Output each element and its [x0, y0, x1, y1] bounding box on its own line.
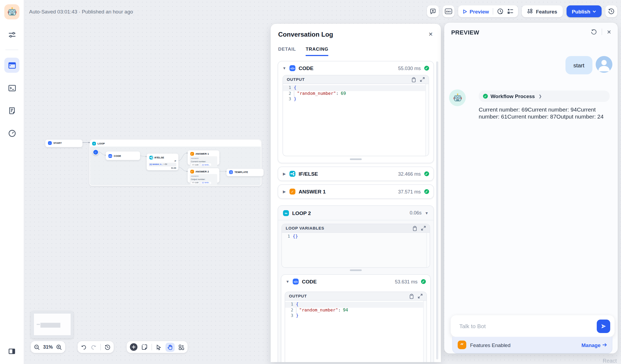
features-enabled-bar: “ Features Enabled Manage: [452, 337, 612, 353]
node-start[interactable]: ⌂ START: [45, 140, 82, 147]
react-flow-watermark: React Flow: [603, 358, 621, 364]
app-avatar[interactable]: [4, 4, 19, 19]
sidebar-item-monitoring[interactable]: [4, 126, 19, 141]
workflow-app: ∞ LOOP ⌂ START ⌂ </> CODE IF/ELSE: [0, 0, 621, 364]
checklist-button[interactable]: [507, 8, 514, 15]
success-icon: ✓: [483, 94, 488, 99]
minimap-loop-node: [40, 323, 60, 328]
features-icon: [527, 8, 533, 14]
node-loop-header[interactable]: ∞ LOOP: [90, 140, 261, 147]
answer1-text: Current number:: [191, 160, 216, 162]
trace-item-code[interactable]: ▼ </> CODE 55.030 ms ✓ OUTPUT 1{ 2"rando…: [278, 61, 434, 163]
code-scrollbar[interactable]: [425, 84, 429, 156]
send-icon: [600, 323, 606, 329]
minimap[interactable]: [31, 311, 73, 338]
code-icon: </>: [293, 279, 299, 285]
sidebar-item-api[interactable]: [4, 80, 19, 95]
chevron-down-icon[interactable]: ▼: [282, 66, 286, 70]
code-editor[interactable]: 1{ 2"random_number":94 3}: [285, 301, 426, 362]
code-scrollbar[interactable]: [423, 301, 426, 362]
close-preview-button[interactable]: ✕: [607, 29, 611, 35]
send-button[interactable]: [596, 319, 610, 333]
annotation-toggle-button[interactable]: [427, 5, 439, 17]
chevron-down-icon[interactable]: ▼: [286, 280, 289, 283]
copy-icon[interactable]: [412, 226, 417, 231]
version-history-button[interactable]: [605, 5, 617, 17]
node-ifelse-label: IF/ELSE: [154, 156, 164, 159]
sidebar-item-logs[interactable]: [4, 103, 19, 118]
trace-name: CODE: [299, 65, 395, 71]
trace-duration: 55.030 ms: [398, 65, 421, 71]
resize-handle[interactable]: [350, 158, 362, 160]
publish-button[interactable]: Publish: [566, 5, 602, 17]
talk-to-bot-input[interactable]: [458, 322, 596, 330]
bot-avatar: [449, 89, 466, 106]
node-start-label: START: [53, 142, 62, 145]
zoom-in-button[interactable]: [56, 344, 62, 350]
node-answer1[interactable]: ✓ ANSWER 1 ANSWER Current number: </> co…: [187, 150, 219, 165]
add-node-button[interactable]: [130, 343, 137, 351]
add-note-button[interactable]: [141, 344, 148, 350]
tab-tracing[interactable]: TRACING: [306, 44, 328, 56]
chevron-right-icon[interactable]: ▶: [282, 172, 286, 176]
chevron-right-icon[interactable]: ▶: [282, 189, 286, 194]
code-editor[interactable]: 1{ 2"random_number":69 3}: [283, 84, 429, 156]
close-log-button[interactable]: ✕: [427, 30, 434, 38]
loop2-header[interactable]: ∞ LOOP 2 0.06s ▼: [278, 206, 433, 220]
chevron-down-icon[interactable]: ▼: [425, 211, 429, 215]
sidebar-item-settings[interactable]: [4, 27, 19, 42]
chat-area: start ✓ Workflow Process: [444, 42, 618, 315]
workflow-process-toggle[interactable]: ✓ Workflow Process ❯: [479, 91, 610, 102]
robot-icon: [7, 7, 17, 17]
quote-icon: “: [458, 341, 466, 349]
trace-item-answer1[interactable]: ▶ ✓ ANSWER 1 37.571 ms ✓: [278, 184, 434, 199]
copy-icon[interactable]: [409, 293, 414, 299]
env-icon: ENV: [445, 8, 452, 15]
run-history-button[interactable]: [497, 8, 503, 15]
document-icon: [8, 106, 16, 115]
header-divider: [601, 29, 602, 35]
node-loop-start[interactable]: ⌂: [92, 149, 98, 155]
hand-tool-button[interactable]: [165, 342, 175, 352]
code-scrollbar[interactable]: [426, 233, 430, 267]
env-variables-button[interactable]: ENV: [443, 5, 454, 17]
node-template[interactable]: ❏ TEMPLATE: [226, 169, 264, 176]
copy-icon[interactable]: [411, 77, 416, 82]
trace-item-code2[interactable]: ▼ </> CODE 53.631 ms ✓ OUTPUT 1{: [281, 274, 431, 362]
variable-chip: (x) rando...: [201, 163, 211, 166]
zoom-out-button[interactable]: [34, 344, 40, 350]
loop-variables-editor[interactable]: 1{}: [282, 233, 430, 267]
log-scrollbar[interactable]: [436, 61, 438, 359]
toolbar-divider: [151, 344, 152, 350]
features-button[interactable]: Features: [522, 5, 563, 17]
condition-variable: (x) random_n...: [150, 164, 163, 166]
pointer-tool-button[interactable]: [156, 344, 162, 350]
line-number: 1: [283, 85, 294, 91]
zoom-level[interactable]: 31%: [43, 344, 53, 350]
redo-button[interactable]: [91, 344, 96, 350]
trace-item-ifelse[interactable]: ▶ IF/ELSE 32.466 ms ✓: [278, 167, 434, 181]
node-code[interactable]: </> CODE: [106, 151, 140, 160]
organize-layout-button[interactable]: [178, 344, 184, 350]
workflow-process-label: Workflow Process: [491, 93, 535, 99]
trace-name: IF/ELSE: [299, 171, 395, 177]
restart-conversation-button[interactable]: [591, 29, 596, 35]
chevron-right-icon: ❯: [539, 94, 542, 98]
expand-icon[interactable]: [420, 77, 425, 82]
collapse-panel-button[interactable]: [4, 344, 19, 359]
tab-detail[interactable]: DETAIL: [278, 44, 296, 56]
view-history-button[interactable]: [105, 344, 111, 350]
node-code-label: CODE: [114, 154, 121, 157]
sidebar-item-orchestrate[interactable]: [4, 58, 19, 73]
expand-icon[interactable]: [421, 226, 426, 231]
trace-name: LOOP 2: [292, 210, 406, 216]
resize-handle[interactable]: [350, 269, 362, 271]
manage-features-link[interactable]: Manage: [581, 342, 607, 348]
expand-icon[interactable]: [418, 294, 423, 299]
node-ifelse[interactable]: IF/ELSE IF (x) random_n... > 50 ELSE: [146, 154, 178, 170]
preview-button[interactable]: Preview: [463, 8, 489, 14]
node-answer2[interactable]: ✓ ANSWER 2 ANSWER Output number: </> cod…: [187, 168, 219, 183]
if-port-label: IF: [175, 160, 176, 162]
undo-button[interactable]: [81, 344, 87, 350]
code-chip: </> code: [191, 181, 200, 184]
